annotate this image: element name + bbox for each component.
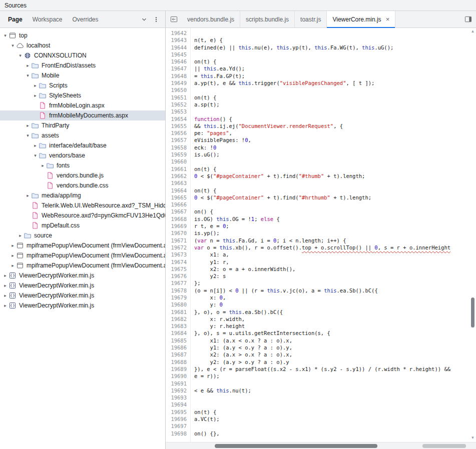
editor-tab[interactable]: toastr.js	[295, 11, 327, 28]
line-number[interactable]: 19688	[166, 358, 187, 366]
line-number[interactable]: 19666	[166, 201, 187, 208]
chevron-down-icon[interactable]: ▾	[25, 73, 31, 78]
code-content[interactable]: n(t, e) {defined(e) || this.nu(e), this.…	[191, 28, 476, 442]
line-number[interactable]: 19676	[166, 272, 187, 280]
line-number[interactable]: 19680	[166, 301, 187, 308]
sources-panel-tab[interactable]: Sources	[5, 2, 27, 9]
chevron-right-icon[interactable]: ▸	[32, 143, 39, 148]
line-number[interactable]: 19671	[166, 237, 187, 244]
tree-item[interactable]: ▾assets	[0, 130, 165, 140]
line-number[interactable]: 19659	[166, 151, 187, 158]
line-number[interactable]: 19648	[166, 72, 187, 80]
line-number[interactable]: 19693	[166, 394, 187, 401]
chevron-right-icon[interactable]: ▸	[40, 163, 46, 168]
line-number[interactable]: 19665	[166, 194, 187, 201]
line-number[interactable]: 19678	[166, 287, 187, 294]
line-number[interactable]: 19654	[166, 116, 187, 122]
line-number[interactable]: 19661	[166, 166, 187, 172]
line-number[interactable]: 19681	[166, 308, 187, 316]
line-number[interactable]: 19675	[166, 266, 187, 272]
line-number[interactable]: 19689	[166, 366, 187, 372]
tree-item[interactable]: ▾localhost	[0, 40, 165, 50]
navigator-tab-page[interactable]: Page	[3, 16, 28, 23]
navigator-tab-overrides[interactable]: Overrides	[68, 16, 104, 23]
line-number[interactable]: 19697	[166, 422, 187, 430]
horizontal-scrollbar-thumb-secondary[interactable]	[422, 444, 466, 448]
line-number[interactable]: 19668	[166, 216, 187, 222]
chevron-right-icon[interactable]: ▸	[10, 243, 16, 248]
line-number[interactable]: 19682	[166, 316, 187, 322]
tree-item[interactable]: mpDefault.css	[0, 220, 165, 230]
tree-item[interactable]: ▸mpiframePopupViewDocument (frmViewDocum…	[0, 250, 165, 260]
tree-item[interactable]: ▾top	[0, 30, 165, 40]
line-number[interactable]: 19651	[166, 94, 187, 101]
line-number[interactable]: 19660	[166, 158, 187, 165]
tree-item[interactable]: WebResource.axd?d=pynGkmcFUV13He1Qd6_T	[0, 210, 165, 220]
line-number[interactable]: 19695	[166, 408, 187, 416]
line-number[interactable]: 19679	[166, 294, 187, 301]
line-number[interactable]: 19694	[166, 401, 187, 408]
tree-item[interactable]: ▾vendors/base	[0, 150, 165, 160]
line-number[interactable]: 19644	[166, 44, 187, 51]
tree-item[interactable]: ▸ViewerDecryptWorker.min.js	[0, 300, 165, 310]
tree-item[interactable]: vendors.bundle.css	[0, 180, 165, 190]
line-number[interactable]: 19656	[166, 130, 187, 136]
hide-navigator-icon[interactable]	[168, 14, 180, 26]
tree-item[interactable]: ▸ViewerDecryptWorker.min.js	[0, 270, 165, 280]
tree-item[interactable]: ▸ThirdParty	[0, 120, 165, 130]
line-number[interactable]: 19657	[166, 136, 187, 144]
tree-item[interactable]: ▸media/app/img	[0, 190, 165, 200]
chevron-down-icon[interactable]: ▾	[17, 53, 24, 58]
navigator-tab-workspace[interactable]: Workspace	[28, 16, 68, 23]
line-number[interactable]: 19663	[166, 180, 187, 186]
tree-item[interactable]: ▸fonts	[0, 160, 165, 170]
toggle-debugger-sidebar-icon[interactable]	[462, 14, 474, 26]
line-number[interactable]: 19653	[166, 108, 187, 115]
line-number[interactable]: 19692	[166, 387, 187, 394]
line-number[interactable]: 19649	[166, 80, 187, 86]
chevron-right-icon[interactable]: ▸	[32, 83, 39, 88]
chevron-right-icon[interactable]: ▸	[25, 63, 31, 68]
line-number[interactable]: 19645	[166, 51, 187, 58]
vertical-scrollbar-thumb[interactable]	[471, 298, 474, 328]
chevron-right-icon[interactable]: ▸	[10, 263, 16, 268]
editor-tab[interactable]: scripts.bundle.js	[240, 11, 295, 28]
chevron-right-icon[interactable]: ▸	[2, 303, 9, 308]
line-number[interactable]: 19643	[166, 36, 187, 44]
line-number[interactable]: 19670	[166, 230, 187, 236]
editor-tab[interactable]: vendors.bundle.js	[182, 11, 240, 28]
tree-item[interactable]: Telerik.Web.UI.WebResource.axd?_TSM_Hidd…	[0, 200, 165, 210]
tree-item[interactable]: vendors.bundle.js	[0, 170, 165, 180]
line-number[interactable]: 19684	[166, 330, 187, 336]
tree-item[interactable]: ▸FrontEndDist/assets	[0, 60, 165, 70]
chevron-down-icon[interactable]	[138, 14, 150, 26]
chevron-right-icon[interactable]: ▸	[17, 233, 24, 238]
line-number[interactable]: 19664	[166, 187, 187, 194]
line-number[interactable]: 19674	[166, 258, 187, 266]
line-number[interactable]: 19669	[166, 222, 187, 230]
chevron-right-icon[interactable]: ▸	[25, 123, 31, 128]
line-number[interactable]: 19650	[166, 86, 187, 94]
tree-item[interactable]: ▸interface/default/base	[0, 140, 165, 150]
tree-item[interactable]: ▸mpiframePopupViewDocument (frmViewDocum…	[0, 260, 165, 270]
line-number[interactable]: 19646	[166, 58, 187, 65]
tree-item[interactable]: ▾Mobile	[0, 70, 165, 80]
more-options-icon[interactable]	[150, 14, 162, 26]
chevron-down-icon[interactable]: ▾	[2, 33, 9, 38]
editor-tab[interactable]: ViewerCore.min.js×	[327, 11, 395, 28]
tree-item[interactable]: ▸source	[0, 230, 165, 240]
line-number[interactable]: 19647	[166, 65, 187, 72]
horizontal-scrollbar[interactable]	[166, 442, 476, 449]
chevron-right-icon[interactable]: ▸	[25, 193, 31, 198]
line-number[interactable]: 19696	[166, 416, 187, 422]
tree-item[interactable]: ▸ViewerDecryptWorker.min.js	[0, 290, 165, 300]
line-number[interactable]: 19658	[166, 144, 187, 151]
horizontal-scrollbar-thumb[interactable]	[215, 444, 377, 448]
chevron-right-icon[interactable]: ▸	[2, 273, 9, 278]
line-number[interactable]: 19683	[166, 322, 187, 330]
line-number[interactable]: 19698	[166, 430, 187, 437]
line-number[interactable]: 19685	[166, 337, 187, 344]
line-number[interactable]: 19652	[166, 101, 187, 108]
line-number[interactable]: 19667	[166, 208, 187, 215]
line-number[interactable]: 19687	[166, 351, 187, 358]
